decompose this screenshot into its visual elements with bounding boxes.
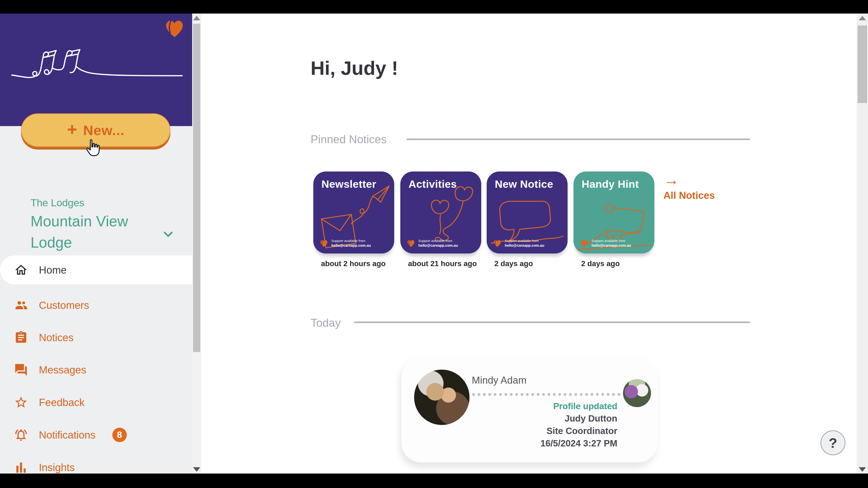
sidebar-item-notifications[interactable]: Notifications 8 — [0, 420, 192, 449]
activity-actor-name: Judy Dutton — [540, 412, 617, 425]
card-footer-line2: hello@careapp.com.au — [505, 243, 544, 248]
card-footer: Support available from hello@careapp.com… — [493, 238, 544, 248]
all-notices-label: All Notices — [663, 190, 715, 201]
pinned-card-newsletter[interactable]: Newsletter Support available from hello@… — [313, 171, 394, 268]
brand-heart-icon — [164, 18, 185, 39]
clipboard-icon — [14, 330, 28, 345]
sidebar-item-label: Messages — [39, 364, 86, 376]
bar-chart-icon — [14, 460, 28, 474]
star-icon — [14, 395, 28, 410]
card-footer-line1: Support available from — [505, 238, 544, 243]
sidebar-item-notices[interactable]: Notices — [0, 323, 192, 352]
home-icon — [14, 263, 28, 277]
card-title: New Notice — [495, 178, 560, 190]
card-timestamp: 2 days ago — [574, 259, 654, 268]
chat-icon — [14, 363, 28, 377]
card-footer-line2: hello@careapp.com.au — [331, 243, 371, 248]
page-greeting: Hi, Judy ! — [311, 57, 398, 79]
app-screen: + New... The Lodges Mountain View Lodge … — [0, 0, 868, 488]
actor-avatar — [623, 379, 651, 407]
customer-avatar — [414, 369, 469, 425]
pinned-card-new-notice[interactable]: New Notice Support available from hello@… — [487, 171, 567, 268]
scroll-down-arrow[interactable] — [193, 467, 200, 472]
activity-actor-role: Site Coordinator — [540, 425, 617, 437]
notifications-badge: 8 — [112, 428, 127, 442]
card-footer: Support available from hello@careapp.com… — [320, 238, 371, 248]
new-button-label: New... — [83, 122, 125, 138]
heart-icon — [320, 239, 328, 248]
scroll-up-arrow[interactable] — [859, 16, 866, 20]
card-timestamp: about 2 hours ago — [313, 259, 394, 268]
help-button[interactable]: ? — [820, 430, 845, 455]
page-scrollbar[interactable] — [857, 13, 868, 474]
pinned-notices-heading: Pinned Notices — [311, 133, 386, 146]
sidebar-item-label: Insights — [39, 461, 75, 474]
section-divider — [406, 138, 750, 140]
mouse-cursor-icon — [83, 137, 104, 160]
card-footer-line1: Support available from — [331, 238, 371, 243]
sidebar-header — [0, 13, 192, 126]
section-divider — [354, 322, 750, 323]
heart-icon — [407, 239, 415, 248]
sidebar-item-label: Notifications — [39, 429, 96, 441]
pinned-card-activities[interactable]: Activities Support available from hello@… — [400, 171, 481, 268]
sidebar-item-label: Notices — [39, 331, 73, 344]
sidebar-item-label: Home — [39, 264, 67, 276]
customer-name: Mindy Adam — [472, 375, 526, 386]
chevron-down-icon[interactable] — [161, 227, 176, 241]
card-footer-line2: hello@careapp.com.au — [418, 243, 458, 248]
activity-event-label: Profile updated — [540, 400, 617, 412]
sidebar-item-label: Customers — [39, 299, 89, 311]
org-label: The Lodges — [31, 197, 84, 209]
sidebar-item-feedback[interactable]: Feedback — [0, 388, 192, 417]
all-notices-link[interactable]: → All Notices — [663, 172, 715, 201]
letterbox-top — [0, 0, 868, 13]
arrow-right-icon: → — [663, 172, 715, 188]
card-footer-line2: hello@careapp.com.au — [592, 243, 631, 248]
card-footer-line1: Support available from — [418, 238, 458, 243]
today-heading: Today — [311, 316, 341, 329]
music-notes-art — [9, 47, 185, 84]
page-scrollbar-thumb[interactable] — [858, 26, 867, 103]
heart-icon — [493, 239, 502, 248]
sidebar-item-insights[interactable]: Insights — [0, 453, 192, 474]
card-footer: Support available from hello@careapp.com… — [580, 238, 631, 248]
sidebar-item-customers[interactable]: Customers — [0, 291, 192, 320]
main-content: Hi, Judy ! Pinned Notices Newsletter — [201, 13, 857, 474]
letterbox-bottom — [0, 474, 868, 488]
sidebar-scrollbar[interactable] — [192, 13, 201, 474]
sidebar: + New... The Lodges Mountain View Lodge … — [0, 13, 192, 474]
scroll-down-arrow[interactable] — [859, 467, 866, 472]
pinned-card-handy-hint[interactable]: Handy Hint Support available from hello@… — [574, 171, 654, 268]
card-timestamp: about 21 hours ago — [400, 259, 481, 268]
bell-icon — [14, 428, 28, 442]
card-title: Handy Hint — [582, 178, 647, 190]
scroll-up-arrow[interactable] — [193, 16, 200, 20]
sidebar-item-home[interactable]: Home — [0, 256, 192, 284]
heart-icon — [580, 239, 588, 248]
card-timestamp: 2 days ago — [487, 259, 567, 268]
sidebar-item-label: Feedback — [39, 396, 85, 409]
people-icon — [14, 298, 28, 312]
lodge-selector[interactable]: Mountain View Lodge — [31, 210, 162, 253]
dotted-connector — [472, 393, 620, 396]
card-title: Activities — [408, 178, 474, 190]
sidebar-scrollbar-thumb[interactable] — [193, 24, 200, 352]
card-footer: Support available from hello@careapp.com… — [407, 238, 458, 248]
card-title: Newsletter — [321, 178, 387, 190]
activity-card[interactable]: Mindy Adam Profile updated Judy Dutton S… — [401, 357, 658, 462]
sidebar-item-messages[interactable]: Messages — [0, 355, 192, 384]
activity-timestamp: 16/5/2024 3:27 PM — [540, 437, 617, 450]
card-footer-line1: Support available from — [592, 238, 631, 243]
plus-icon: + — [67, 121, 77, 138]
